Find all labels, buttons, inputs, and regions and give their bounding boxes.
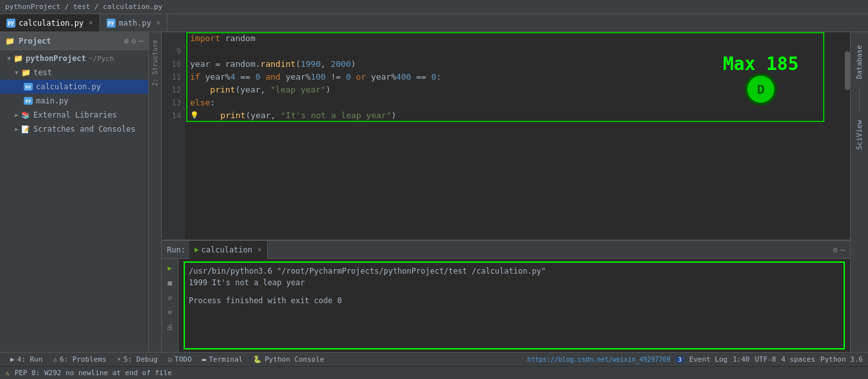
- tab-bar: py calculation.py × py math.py ×: [0, 14, 868, 32]
- run-body: ▶ ■ ↺ ⊞ 🖨 /usr/bin/python3.6 "/root/Pych…: [162, 259, 850, 352]
- bottom-tab-bar: ▶ 4: Run ⚠ 6: Problems ⚡ 5: Debug ☑ TODO…: [0, 352, 868, 366]
- project-header: 📁 Project ⊕ ⚙ —: [0, 32, 148, 50]
- tree-root-arrow: ▼: [5, 55, 13, 62]
- run-output-line-1: /usr/bin/python3.6 "/root/PycharmProject…: [189, 265, 840, 277]
- tab-close-math[interactable]: ×: [156, 19, 161, 27]
- tree-main[interactable]: py main.py: [0, 94, 148, 108]
- status-encoding: UTF-8: [755, 355, 776, 364]
- scratches-icon: 📝: [21, 125, 31, 134]
- run-output-line-3: Process finished with exit code 0: [189, 295, 840, 306]
- py-icon: py: [6, 19, 15, 28]
- title-path: pythonProject / test / calculation.py: [5, 3, 162, 11]
- run-scroll-btn[interactable]: ⊞: [164, 306, 177, 319]
- tab-label-math: math.py: [119, 19, 152, 28]
- tree-calc-label: calculation.py: [36, 82, 101, 91]
- project-settings-icon[interactable]: ⚙: [132, 37, 136, 46]
- python-console-tab-icon: 🐍: [253, 355, 262, 364]
- bulb-icon: 💡: [190, 109, 199, 122]
- tree-ext-arrow: ▶: [13, 112, 21, 118]
- run-output-line-2: 1999 It's not a leap year: [189, 277, 840, 288]
- tab-math[interactable]: py math.py ×: [100, 14, 168, 31]
- status-position: 1:40: [733, 355, 750, 364]
- terminal-tab-text: Terminal: [209, 355, 243, 364]
- run-sidebar: ▶ ■ ↺ ⊞ 🖨: [162, 259, 178, 352]
- event-log-badge: 3: [675, 357, 684, 363]
- database-label[interactable]: Database: [854, 41, 865, 83]
- problems-tab-icon: ⚠: [53, 355, 57, 364]
- folder-icon-test: 📁: [21, 68, 31, 77]
- bottom-right: https://blog.csdn.net/weixin_49297769 3 …: [527, 355, 863, 364]
- code-line-import: import random: [190, 32, 845, 45]
- run-output-box: /usr/bin/python3.6 "/root/PycharmProject…: [184, 261, 845, 349]
- run-panel: Run: ▶ calculation × ⚙ — ▶ ■ ↺ ⊞: [162, 240, 850, 352]
- project-minimize-icon[interactable]: —: [139, 37, 143, 46]
- tree-scratch-arrow: ▶: [13, 126, 21, 132]
- editor-scrollbar[interactable]: [845, 51, 850, 90]
- py-icon-main: py: [23, 97, 33, 105]
- status-warning-text: PEP 8: W292 no newline at end of file: [15, 369, 172, 377]
- divider: [859, 87, 860, 112]
- todo-tab-icon: ☑: [168, 355, 172, 364]
- tree-test-folder[interactable]: ▼ 📁 test: [0, 66, 148, 80]
- python-console-tab-text: Python Console: [265, 355, 324, 364]
- coin-symbol: D: [757, 83, 765, 96]
- event-log-label[interactable]: Event Log: [690, 355, 728, 364]
- run-tab-calculation[interactable]: ▶ calculation ×: [189, 241, 268, 259]
- project-panel: 📁 Project ⊕ ⚙ — ▼ 📁 pythonProject ~/Pych: [0, 32, 149, 352]
- run-play-icon: ▶: [195, 245, 199, 254]
- tree-test-arrow: ▼: [13, 69, 21, 76]
- bottom-tab-problems[interactable]: ⚠ 6: Problems: [48, 353, 111, 367]
- project-title: Project: [19, 37, 51, 46]
- bottom-tab-terminal[interactable]: ▬ Terminal: [197, 353, 248, 367]
- bottom-url[interactable]: https://blog.csdn.net/weixin_49297769: [527, 356, 670, 363]
- tree-external[interactable]: ▶ 📚 External Libraries: [0, 108, 148, 122]
- title-bar: pythonProject / test / calculation.py: [0, 0, 868, 14]
- tab-close-calculation[interactable]: ×: [89, 19, 93, 27]
- tree-scratches-label: Scratches and Consoles: [33, 125, 135, 134]
- terminal-tab-icon: ▬: [202, 355, 207, 364]
- tree-external-label: External Libraries: [33, 110, 117, 119]
- run-minimize-icon[interactable]: —: [840, 245, 845, 254]
- tab-label-calculation: calculation.py: [19, 19, 83, 28]
- debug-tab-text: 5: Debug: [123, 355, 157, 364]
- run-tab-text: 4: Run: [17, 355, 43, 364]
- run-rerun-btn[interactable]: ↺: [164, 291, 177, 304]
- run-play-btn[interactable]: ▶: [164, 261, 177, 274]
- run-header: Run: ▶ calculation × ⚙ —: [162, 241, 850, 259]
- py-icon-calc: py: [23, 83, 33, 91]
- py-icon-math: py: [107, 19, 116, 28]
- run-tab-label: calculation: [202, 245, 252, 254]
- project-tree: ▼ 📁 pythonProject ~/Pych ▼ 📁 test py: [0, 50, 148, 352]
- tab-calculation[interactable]: py calculation.py ×: [0, 14, 100, 31]
- run-output-blank: [189, 288, 840, 295]
- run-label: Run:: [167, 245, 186, 254]
- bottom-tab-run[interactable]: ▶ 4: Run: [5, 353, 48, 367]
- right-sidebar: Database SciView: [850, 32, 868, 352]
- run-gear-icon[interactable]: ⚙: [833, 245, 838, 254]
- tree-root-path: ~/Pych: [89, 55, 114, 63]
- tree-scratches[interactable]: ▶ 📝 Scratches and Consoles: [0, 122, 148, 136]
- run-tab-close[interactable]: ×: [257, 245, 262, 254]
- run-settings: ⚙ —: [833, 245, 845, 254]
- project-folder-icon: 📁: [5, 37, 15, 46]
- bottom-tab-todo[interactable]: ☑ TODO: [162, 353, 196, 367]
- run-print-btn[interactable]: 🖨: [164, 321, 177, 333]
- coin-icon: D: [745, 73, 777, 105]
- warning-icon: ⚠: [5, 369, 10, 377]
- code-line-print2: 💡 print(year, "It's not a leap year"): [190, 109, 845, 122]
- tree-root[interactable]: ▼ 📁 pythonProject ~/Pych: [0, 51, 148, 66]
- tree-test-label: test: [33, 68, 52, 77]
- bottom-tab-python-console[interactable]: 🐍 Python Console: [248, 353, 329, 367]
- status-python: Python 3.6: [820, 355, 863, 364]
- bottom-tab-debug[interactable]: ⚡ 5: Debug: [112, 353, 163, 367]
- left-accent: 2: Structure: [149, 32, 162, 352]
- status-indent: 4 spaces: [781, 355, 815, 364]
- tree-calculation[interactable]: py calculation.py: [0, 80, 148, 94]
- todo-tab-text: TODO: [175, 355, 192, 364]
- sciview-label[interactable]: SciView: [854, 116, 865, 154]
- run-stop-btn[interactable]: ■: [164, 276, 177, 289]
- library-icon: 📚: [21, 111, 31, 119]
- max-text: Max 185: [723, 58, 799, 71]
- project-add-icon[interactable]: ⊕: [124, 37, 128, 46]
- tree-root-label: pythonProject: [26, 54, 86, 63]
